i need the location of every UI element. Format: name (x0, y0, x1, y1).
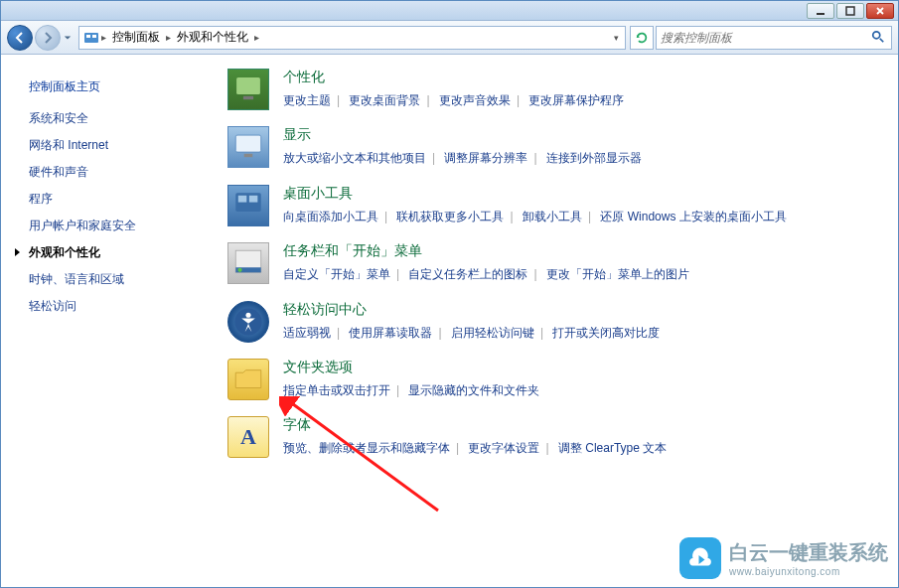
search-icon[interactable] (871, 30, 887, 46)
watermark: 白云一键重装系统 www.baiyunxitong.com (679, 537, 888, 579)
link-screen-reader[interactable]: 使用屏幕读取器 (349, 326, 432, 340)
svg-rect-3 (86, 35, 90, 38)
navbar: ▸ 控制面板 ▸ 外观和个性化 ▸ ▾ (1, 21, 898, 55)
svg-point-17 (245, 312, 250, 317)
svg-rect-8 (235, 135, 261, 152)
category-taskbar-startmenu: 任务栏和「开始」菜单 自定义「开始」菜单 自定义任务栏上的图标 更改「开始」菜单… (227, 242, 874, 284)
link-change-desktop-bg[interactable]: 更改桌面背景 (349, 93, 420, 107)
link-screen-resolution[interactable]: 调整屏幕分辨率 (444, 151, 527, 165)
sidebar-title[interactable]: 控制面板主页 (1, 73, 208, 105)
link-customize-taskbar-icons[interactable]: 自定义任务栏上的图标 (408, 267, 527, 281)
link-change-theme[interactable]: 更改主题 (283, 93, 331, 107)
svg-rect-7 (243, 96, 253, 99)
link-adjust-cleartype[interactable]: 调整 ClearType 文本 (558, 441, 667, 455)
maximize-button[interactable] (836, 3, 864, 19)
link-high-contrast[interactable]: 打开或关闭高对比度 (552, 326, 660, 340)
search-box[interactable] (656, 26, 892, 50)
forward-button[interactable] (35, 25, 61, 51)
chevron-right-icon[interactable]: ▸ (99, 32, 108, 43)
link-change-sound[interactable]: 更改声音效果 (439, 93, 511, 107)
sidebar-item-hardware-sound[interactable]: 硬件和声音 (1, 159, 208, 186)
chevron-right-icon[interactable]: ▸ (252, 32, 261, 43)
refresh-button[interactable] (630, 26, 654, 50)
folder-options-icon (227, 359, 269, 400)
dropdown-icon[interactable]: ▾ (610, 33, 623, 43)
watermark-text: 白云一键重装系统 (729, 539, 888, 566)
link-get-gadget-online[interactable]: 联机获取更多小工具 (396, 210, 504, 223)
link-change-font-settings[interactable]: 更改字体设置 (468, 441, 539, 455)
link-restore-gadget[interactable]: 还原 Windows 上安装的桌面小工具 (600, 210, 786, 223)
sidebar: 控制面板主页 系统和安全 网络和 Internet 硬件和声音 程序 用户帐户和… (1, 55, 208, 587)
display-icon (227, 126, 269, 168)
link-low-vision[interactable]: 适应弱视 (283, 326, 331, 340)
link-customize-startmenu[interactable]: 自定义「开始」菜单 (283, 267, 390, 281)
svg-point-5 (873, 31, 880, 38)
category-folder-options: 文件夹选项 指定单击或双击打开 显示隐藏的文件和文件夹 (227, 359, 874, 400)
category-title[interactable]: 文件夹选项 (283, 359, 874, 376)
svg-rect-0 (817, 13, 824, 15)
sidebar-item-programs[interactable]: 程序 (1, 186, 208, 213)
history-dropdown-icon[interactable] (61, 26, 75, 50)
category-title[interactable]: 任务栏和「开始」菜单 (283, 242, 874, 260)
sidebar-item-ease-of-access[interactable]: 轻松访问 (1, 293, 208, 320)
svg-point-15 (237, 268, 241, 272)
svg-rect-9 (244, 154, 253, 157)
category-title[interactable]: 桌面小工具 (283, 185, 874, 203)
link-change-startmenu-pic[interactable]: 更改「开始」菜单上的图片 (546, 267, 689, 281)
titlebar (1, 1, 898, 21)
category-title[interactable]: 显示 (283, 126, 874, 144)
category-personalization: 个性化 更改主题 更改桌面背景 更改声音效果 更改屏幕保护程序 (227, 69, 874, 110)
body-area: 控制面板主页 系统和安全 网络和 Internet 硬件和声音 程序 用户帐户和… (1, 55, 898, 587)
ease-of-access-icon (227, 301, 269, 343)
window-frame: ▸ 控制面板 ▸ 外观和个性化 ▸ ▾ (0, 0, 899, 588)
category-ease-of-access: 轻松访问中心 适应弱视 使用屏幕读取器 启用轻松访问键 打开或关闭高对比度 (227, 301, 874, 343)
chevron-right-icon[interactable]: ▸ (164, 32, 173, 43)
close-button[interactable] (866, 3, 894, 19)
category-desktop-gadget: 桌面小工具 向桌面添加小工具 联机获取更多小工具 卸载小工具 还原 Window… (227, 185, 874, 226)
fonts-icon (227, 416, 269, 458)
watermark-url: www.baiyunxitong.com (729, 566, 888, 577)
link-easy-access-keys[interactable]: 启用轻松访问键 (451, 326, 534, 340)
sidebar-item-appearance-personalization[interactable]: 外观和个性化 (1, 239, 208, 266)
back-button[interactable] (7, 25, 33, 51)
main-content: 个性化 更改主题 更改桌面背景 更改声音效果 更改屏幕保护程序 显示 (208, 55, 898, 587)
breadcrumb-seg-1[interactable]: 控制面板 (108, 29, 164, 46)
breadcrumb-seg-2[interactable]: 外观和个性化 (173, 29, 252, 46)
breadcrumb[interactable]: ▸ 控制面板 ▸ 外观和个性化 ▸ ▾ (78, 26, 626, 50)
gadget-icon (227, 185, 269, 226)
link-add-gadget[interactable]: 向桌面添加小工具 (283, 210, 378, 223)
svg-rect-1 (846, 7, 854, 15)
svg-rect-12 (249, 196, 258, 203)
category-title[interactable]: 个性化 (283, 69, 874, 86)
taskbar-icon (227, 242, 269, 284)
link-show-hidden-files[interactable]: 显示隐藏的文件和文件夹 (408, 383, 539, 397)
sidebar-item-network-internet[interactable]: 网络和 Internet (1, 132, 208, 159)
control-panel-icon (83, 30, 99, 46)
sidebar-item-system-security[interactable]: 系统和安全 (1, 105, 208, 132)
watermark-icon (679, 537, 721, 579)
sidebar-item-clock-language-region[interactable]: 时钟、语言和区域 (1, 266, 208, 293)
link-uninstall-gadget[interactable]: 卸载小工具 (523, 210, 582, 223)
personalization-icon (227, 69, 269, 110)
link-external-display[interactable]: 连接到外部显示器 (546, 151, 642, 165)
sidebar-item-user-accounts[interactable]: 用户帐户和家庭安全 (1, 213, 208, 239)
svg-rect-11 (238, 196, 247, 203)
category-title[interactable]: 轻松访问中心 (283, 301, 874, 319)
link-click-open[interactable]: 指定单击或双击打开 (283, 383, 390, 397)
minimize-button[interactable] (807, 3, 834, 19)
category-title[interactable]: 字体 (283, 416, 874, 434)
link-preview-delete-fonts[interactable]: 预览、删除或者显示和隐藏字体 (283, 441, 450, 455)
category-fonts: 字体 预览、删除或者显示和隐藏字体 更改字体设置 调整 ClearType 文本 (227, 416, 874, 458)
svg-rect-4 (92, 35, 96, 38)
category-display: 显示 放大或缩小文本和其他项目 调整屏幕分辨率 连接到外部显示器 (227, 126, 874, 168)
link-text-size[interactable]: 放大或缩小文本和其他项目 (283, 151, 426, 165)
search-input[interactable] (661, 31, 871, 45)
link-change-screensaver[interactable]: 更改屏幕保护程序 (528, 93, 624, 107)
svg-rect-6 (236, 77, 260, 94)
